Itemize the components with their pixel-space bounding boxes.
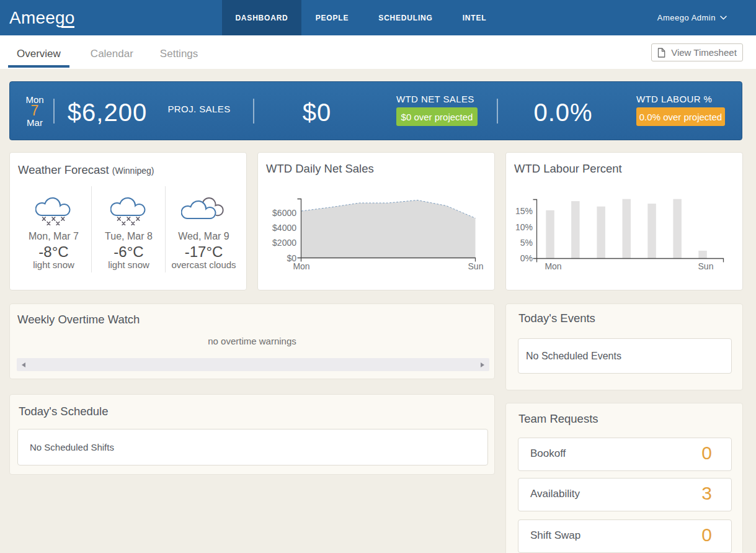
svg-text:Sun: Sun — [698, 261, 714, 271]
svg-text:Mon: Mon — [545, 261, 561, 271]
svg-text:$6000: $6000 — [272, 208, 296, 218]
svg-text:$4000: $4000 — [272, 223, 296, 233]
svg-text:5%: 5% — [520, 238, 533, 248]
svg-text:15%: 15% — [515, 206, 533, 216]
svg-text:10%: 10% — [515, 222, 533, 232]
svg-text:0%: 0% — [520, 253, 533, 263]
svg-text:Sun: Sun — [468, 261, 484, 271]
svg-text:$2000: $2000 — [272, 238, 296, 248]
svg-text:Mon: Mon — [293, 261, 309, 271]
